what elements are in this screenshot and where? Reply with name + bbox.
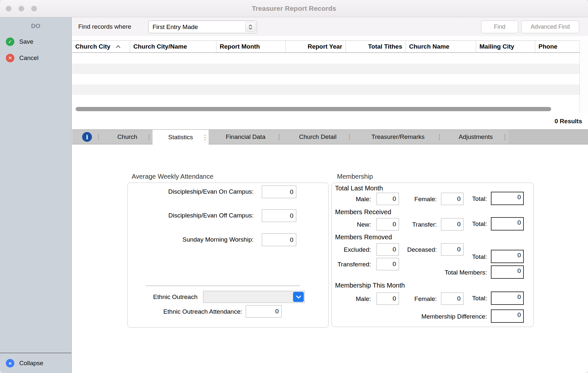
members-received-heading: Members Received [335, 208, 391, 216]
tlm-total-input[interactable] [491, 192, 524, 205]
on-campus-label: Discipleship/Evan On Campus: [168, 188, 254, 195]
mrem-transferred-label: Transferred: [337, 261, 371, 268]
window-controls [6, 6, 37, 11]
check-circle-icon: ✓ [6, 37, 14, 46]
table-header: Church City Church City/Name Report Mont… [72, 40, 580, 53]
column-label: Report Year [308, 43, 342, 50]
tab-church[interactable]: Church ⋮ [102, 130, 153, 144]
window-title: Treasurer Report Records [252, 5, 336, 12]
mrem-total-label: Total: [472, 253, 487, 261]
ethnic-attendance-input[interactable] [246, 305, 282, 318]
tab-bar-filler [508, 130, 588, 144]
tlm-male-label: Male: [356, 196, 371, 203]
cancel-button[interactable]: ✕ Cancel [0, 50, 71, 66]
advanced-find-button[interactable]: Advanced Find [521, 21, 579, 33]
tab-label: Statistics [168, 134, 193, 141]
save-label: Save [19, 38, 33, 45]
horizontal-scrollbar-thumb[interactable] [76, 107, 551, 111]
total-members-input[interactable] [491, 265, 524, 279]
sunday-worship-input[interactable] [262, 233, 296, 246]
tab-adjustments[interactable]: Adjustments ⋮ [443, 130, 508, 144]
membership-difference-input[interactable] [491, 309, 524, 323]
column-label: Mailing City [479, 43, 514, 50]
column-header-phone[interactable]: Phone [535, 41, 580, 52]
tab-info[interactable]: i ⋮ [72, 130, 102, 144]
mr-transfer-input[interactable] [441, 218, 463, 231]
mtm-female-input[interactable] [441, 292, 463, 305]
tab-treasurer-remarks[interactable]: Treasurer/Remarks ⋮ [353, 130, 443, 144]
column-label: Church City/Name [133, 43, 187, 50]
column-header-church-city-name[interactable]: Church City/Name [130, 41, 216, 52]
app-window: Treasurer Report Records DO ✓ Save ✕ Can… [0, 0, 588, 373]
mtm-male-input[interactable] [376, 292, 399, 305]
mrem-transferred-input[interactable] [376, 258, 399, 270]
collapse-button[interactable]: « Collapse [0, 353, 43, 373]
attendance-group-title: Average Weekly Attendance [132, 173, 213, 180]
tab-label: Church [117, 133, 137, 141]
close-button[interactable] [6, 6, 11, 11]
mrem-excluded-label: Excluded: [344, 246, 371, 253]
membership-groupbox: Total Last Month Male: Female: Total: Me… [331, 183, 534, 327]
column-header-church-city[interactable]: Church City [72, 41, 130, 52]
tab-label: Adjustments [459, 133, 493, 141]
find-bar: Find records where First Entry Made Find… [72, 17, 588, 36]
column-header-report-month[interactable]: Report Month [216, 41, 286, 52]
table-row[interactable] [72, 95, 580, 105]
tab-separator-icon: ⋮ [346, 134, 353, 140]
mtm-total-label: Total: [472, 295, 487, 302]
sidebar: DO ✓ Save ✕ Cancel « Collapse [0, 17, 72, 373]
column-header-church-name[interactable]: Church Name [406, 41, 476, 52]
sidebar-header: DO [0, 22, 71, 30]
zoom-button[interactable] [31, 6, 37, 11]
off-campus-input[interactable] [262, 209, 296, 222]
ethnic-outreach-select[interactable] [203, 291, 305, 303]
ethnic-outreach-label: Ethnic Outreach [153, 293, 198, 301]
table-row[interactable] [72, 64, 580, 74]
vertical-scrollbar-track[interactable] [580, 40, 588, 113]
tab-label: Church Detail [299, 133, 336, 141]
tlm-female-input[interactable] [441, 193, 463, 205]
membership-group-title: Membership [337, 173, 373, 180]
sort-ascending-icon [116, 45, 121, 48]
tab-separator-icon: ⋮ [436, 134, 443, 140]
mr-total-input[interactable] [491, 217, 524, 231]
tab-church-detail[interactable]: Church Detail ⋮ [283, 130, 353, 144]
column-label: Phone [538, 43, 557, 50]
double-chevron-left-icon: « [6, 359, 14, 367]
mr-new-input[interactable] [376, 218, 399, 231]
on-campus-input[interactable] [262, 186, 296, 198]
mrem-excluded-input[interactable] [376, 243, 399, 256]
title-bar: Treasurer Report Records [0, 0, 588, 17]
minimize-button[interactable] [19, 6, 24, 11]
tab-statistics[interactable]: Statistics ⋮ [153, 130, 209, 144]
sunday-worship-label: Sunday Morning Worship: [183, 236, 254, 243]
tab-separator-icon: ⋮ [502, 134, 508, 140]
mtm-male-label: Male: [356, 295, 371, 303]
find-button[interactable]: Find [481, 21, 518, 33]
mtm-total-input[interactable] [491, 291, 524, 305]
column-header-report-year[interactable]: Report Year [286, 41, 346, 52]
tab-separator-icon: ⋮ [276, 134, 282, 140]
mrem-deceased-input[interactable] [441, 243, 463, 256]
tab-financial-data[interactable]: Financial Data ⋮ [209, 130, 283, 144]
mr-new-label: New: [357, 221, 371, 228]
column-header-mailing-city[interactable]: Mailing City [476, 41, 535, 52]
membership-difference-label: Membership Difference: [421, 313, 487, 320]
mr-total-label: Total: [472, 220, 487, 228]
mrem-total-input[interactable] [491, 250, 524, 263]
table-row[interactable] [72, 84, 580, 95]
tab-label: Financial Data [226, 133, 265, 141]
dropdown-arrows-icon [245, 22, 256, 32]
tlm-total-label: Total: [472, 195, 487, 202]
tlm-male-input[interactable] [376, 193, 399, 205]
table-row[interactable] [72, 53, 580, 64]
table-row[interactable] [72, 74, 580, 84]
horizontal-scrollbar[interactable] [72, 105, 580, 113]
find-records-label: Find records where [78, 23, 131, 30]
tab-separator-icon: ⋮ [146, 134, 152, 140]
column-header-total-tithes[interactable]: Total Tithes [346, 41, 406, 52]
results-count: 0 Results [72, 115, 588, 128]
mrem-deceased-label: Deceased: [407, 246, 437, 253]
save-button[interactable]: ✓ Save [0, 34, 71, 50]
find-field-dropdown[interactable]: First Entry Made [148, 21, 257, 33]
